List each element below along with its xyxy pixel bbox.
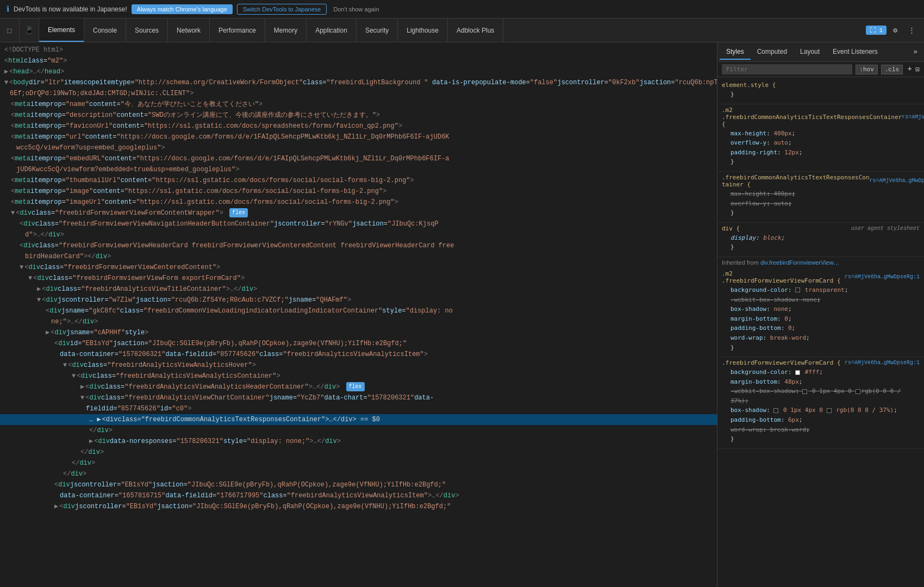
css-prop-webkit-boxshadow-val: -webkit-box-shadow: 0 1px 4px 0 rgb(0 0 … <box>722 386 920 405</box>
tab-sources[interactable]: Sources <box>126 18 168 42</box>
css-prop-max-height-strikethrough: max-height: 400px; <box>722 189 920 199</box>
css-rule-brace-close-2: } <box>722 208 920 218</box>
css-selector-m2-analytics: .m2.freebirdCommonAnalyticsTicsTextRespo… <box>722 107 902 128</box>
styles-filter-input[interactable] <box>722 64 852 74</box>
tab-memory-label: Memory <box>274 27 297 34</box>
tab-elements[interactable]: Elements <box>39 18 84 42</box>
tab-console[interactable]: Console <box>84 18 126 42</box>
css-prop-margin-bottom-0: margin-bottom: 0; <box>722 314 920 324</box>
css-selector-div: div { <box>722 225 740 232</box>
css-prop-display-block: display: block; <box>722 233 920 243</box>
tab-event-listeners[interactable]: Event Listeners <box>826 45 884 60</box>
css-rule-brace-close-5: } <box>722 434 920 444</box>
tab-adblock-label: Adblock Plus <box>457 27 494 34</box>
css-source-m2-formcard[interactable]: rs=AMjVe6ha…gMwDpseRg:1 <box>845 274 920 280</box>
div-close: </div> <box>0 425 717 436</box>
cls-filter-button[interactable]: .cls <box>881 65 903 74</box>
tab-layout[interactable]: Layout <box>794 45 826 60</box>
nav-forward-button[interactable]: 📱 <box>20 18 39 42</box>
css-prop-bg-transparent: background-color: transparent; <box>722 285 920 295</box>
css-selector-m2-formcard: .m2.freebirdFormviewerViewFormCard { <box>722 270 841 284</box>
meta-desc: <meta itemprop="description" content="SW… <box>0 110 717 121</box>
css-source-formcard[interactable]: rs=AMjVe6ha…gMwDpseRg:1 <box>845 360 920 366</box>
tab-elements-label: Elements <box>48 26 75 34</box>
tab-memory[interactable]: Memory <box>265 18 307 42</box>
div-eb1syd-2: <div jscontroller="EB1sYd" jsaction="JIb… <box>0 479 717 490</box>
new-style-sheet-icon[interactable]: ⊡ <box>915 65 920 74</box>
more-options-icon[interactable]: ⋮ <box>904 24 920 37</box>
plus-rule-button[interactable]: + <box>907 65 912 74</box>
inspect-icon: ⬚ <box>8 26 12 35</box>
tab-performance[interactable]: Performance <box>210 18 265 42</box>
meta-image: <meta itemprop="image" content="https://… <box>0 186 717 197</box>
meta-url: <meta itemprop="url" content="https://do… <box>0 132 717 142</box>
div-centered: ▼<div class="freebirdFormviewerViewCente… <box>0 262 717 273</box>
div-chart-container: ▼<div class="freebirdAnalyticsViewChartC… <box>0 392 717 403</box>
css-prop-max-height-1: max-height: 400px; <box>722 129 920 139</box>
match-language-button[interactable]: Always match Chrome's language <box>132 4 233 14</box>
dont-show-link[interactable]: Don't show again <box>333 6 379 13</box>
close-div2: </div> <box>0 458 717 469</box>
tab-styles[interactable]: Styles <box>720 45 751 60</box>
div-loading-cont: ne;">…</div> <box>0 316 717 327</box>
tab-network-label: Network <box>177 27 201 34</box>
tab-bar: ⬚ 📱 Elements Console Sources Network Per… <box>0 18 924 42</box>
css-prop-overflow-strikethrough: overflow-y: auto; <box>722 199 920 209</box>
div-nav-header-cont: d">…</div> <box>0 229 717 240</box>
css-rule-brace-close-3: } <box>722 242 920 252</box>
tab-security-label: Security <box>365 27 389 34</box>
hov-filter-button[interactable]: :hov <box>856 65 877 74</box>
div-text-responses[interactable]: … ▶<div class="freebirdCommonAnalyticsTe… <box>0 414 717 425</box>
settings-icon[interactable]: ⚙ <box>889 24 902 37</box>
elements-panel[interactable]: <!DOCTYPE html> <html class="m2"> ▶<head… <box>0 42 717 587</box>
css-selector-analytics-cont: .freebirdCommonAnalyticsTtextResponsesCo… <box>722 174 870 188</box>
meta-embed-cont: jUD6Kwcc5cQ/viewform?embedded=true&usp=e… <box>0 164 717 175</box>
div-header-card: <div class="freebirdFormviewerViewHeader… <box>0 240 717 251</box>
css-source-user-agent: user agent stylesheet <box>851 226 920 232</box>
html-body: ▼<body dir="ltr" itemscope itemtype="htt… <box>0 77 717 88</box>
css-rule-element-style: element.style { } <box>717 79 924 104</box>
div-noresponses: ▶<div data-noresponses="1578206321" styl… <box>0 436 717 447</box>
inherited-label: Inherited from div.freebirdFormviewerVie… <box>717 257 924 268</box>
main-layout: <!DOCTYPE html> <html class="m2"> ▶<head… <box>0 42 924 587</box>
div-chart-cont2: fieldid="857745626" id="c0"> <box>0 403 717 414</box>
more-tabs-icon[interactable]: » <box>909 46 922 58</box>
meta-thumbnail: <meta itemprop="thumbnailUrl" content="h… <box>0 175 717 186</box>
css-rules-area: element.style { } .m2.freebirdCommonAnal… <box>717 77 924 587</box>
div-caphhf: ▶<div jsname="cAPHHf" style> <box>0 327 717 338</box>
tab-security[interactable]: Security <box>357 18 398 42</box>
styles-tabs-bar: Styles Computed Layout Event Listeners » <box>717 42 924 62</box>
tab-application[interactable]: Application <box>307 18 357 42</box>
meta-name: <meta itemprop="name" content="今、あなたが学びた… <box>0 99 717 110</box>
css-prop-padding-right: padding-right: 12px; <box>722 148 920 158</box>
div-header-card-cont: birdHeaderCard"></div> <box>0 251 717 262</box>
css-prop-padding-bottom-0: padding-bottom: 0; <box>722 323 920 333</box>
html-head[interactable]: ▶<head>…</head> <box>0 66 717 77</box>
tab-lighthouse[interactable]: Lighthouse <box>398 18 448 42</box>
tab-computed[interactable]: Computed <box>751 45 794 60</box>
css-source-analytics-cont[interactable]: rs=AMjVe6ha…gMwDpseRg:1 <box>870 178 924 184</box>
div-eb1syd-3: ▶<div jscontroller="EB1sYd" jsaction="JI… <box>0 501 717 512</box>
meta-embed: <meta itemprop="embedURL" content="https… <box>0 153 717 164</box>
meta-imageurl: <meta itemprop="imageUrl" content="https… <box>0 197 717 208</box>
tab-network[interactable]: Network <box>168 18 210 42</box>
css-source-m2-analytics[interactable]: rs=AMjVe6ha…gMwDpseRg:1 <box>902 114 924 120</box>
div-title-container: ▶<div class="freebirdAnalyticsViewTitleC… <box>0 284 717 295</box>
div-header-container: ▶<div class="freebirdAnalyticsViewAnalyt… <box>0 382 717 392</box>
div-form-wrapper: ▼<div class="freebirdFormviewerViewFormC… <box>0 208 717 218</box>
meta-favicon: <meta itemprop="faviconUrl" content="htt… <box>0 121 717 132</box>
close-div1: </div> <box>0 447 717 458</box>
div-analytics-container: ▼<div class="freebirdAnalyticsViewAnalyt… <box>0 371 717 382</box>
tab-performance-label: Performance <box>218 27 256 34</box>
div-jscontroller: ▼<div jscontroller="w7Zlw" jsaction="rcu… <box>0 295 717 305</box>
css-rule-analytics-container: .freebirdCommonAnalyticsTtextResponsesCo… <box>717 172 924 223</box>
nav-back-button[interactable]: ⬚ <box>0 18 20 42</box>
inherited-source[interactable]: div.freebirdFormviewerView… <box>760 259 840 266</box>
close-div3: </div> <box>0 469 717 479</box>
html-body-cont: 6Ef;oDrQPd:l9NwTb;dkdJAd:CMTGD;wINJic:.C… <box>0 88 717 99</box>
styles-filter-bar: :hov .cls + ⊡ <box>717 62 924 77</box>
meta-url-cont: wcc5cQ/viewform?usp=embed_googleplus"> <box>0 142 717 153</box>
tab-adblock[interactable]: Adblock Plus <box>448 18 503 42</box>
css-selector-element-style: element.style { <box>722 82 776 89</box>
switch-language-button[interactable]: Switch DevTools to Japanese <box>237 4 327 15</box>
